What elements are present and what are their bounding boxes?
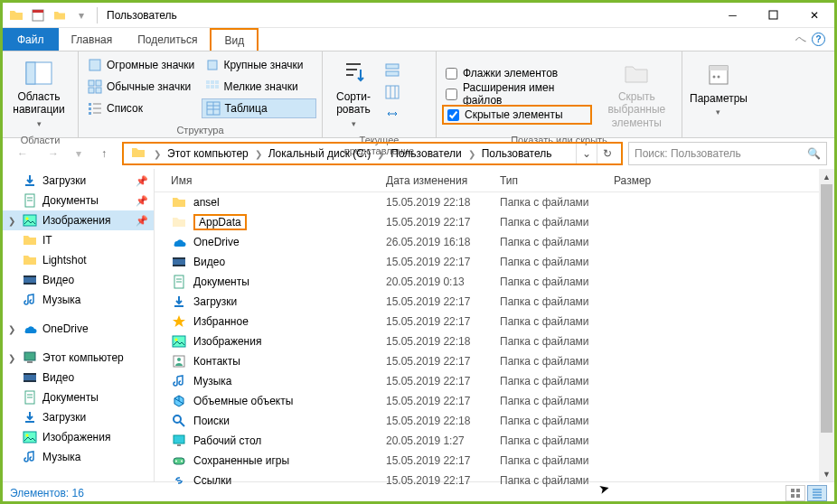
crumb-1[interactable]: Локальный диск (C:) — [265, 144, 375, 163]
nav-item[interactable]: Изображения — [3, 427, 154, 447]
chevron-icon[interactable]: ❯ — [8, 324, 15, 334]
nav-label: Документы — [42, 194, 99, 207]
col-type[interactable]: Тип — [500, 174, 614, 187]
address-dropdown-icon[interactable]: ⌄ — [576, 144, 597, 163]
nav-label: OneDrive — [42, 322, 89, 335]
file-row[interactable]: Объемные объекты15.05.2019 22:17Папка с … — [155, 391, 834, 411]
nav-item[interactable]: Видео — [3, 270, 154, 290]
scroll-thumb[interactable] — [821, 184, 832, 433]
svg-rect-2 — [769, 11, 777, 19]
nav-item[interactable]: Документы📌 — [3, 191, 154, 210]
check-hidden-items[interactable]: Скрытые элементы — [442, 105, 592, 125]
svg-rect-21 — [89, 112, 91, 115]
file-row[interactable]: Избранное15.05.2019 22:17Папка с файлами — [155, 312, 834, 331]
file-row[interactable]: Контакты15.05.2019 22:17Папка с файлами — [155, 351, 834, 371]
size-columns-icon[interactable] — [384, 106, 400, 125]
file-row[interactable]: Поиски15.05.2019 22:18Папка с файлами — [155, 411, 834, 431]
chevron-right-icon[interactable]: ❯ — [252, 144, 265, 163]
chevron-right-icon[interactable]: ❯ — [374, 144, 387, 163]
nav-item[interactable]: Документы — [3, 387, 154, 407]
col-name[interactable]: Имя — [155, 174, 386, 187]
layout-huge[interactable]: Огромные значки — [84, 55, 200, 75]
chevron-icon[interactable]: ❯ — [8, 353, 15, 363]
nav-item[interactable]: Загрузки — [3, 407, 154, 427]
tab-file[interactable]: Файл — [3, 28, 59, 51]
qat-properties-icon[interactable] — [28, 5, 48, 25]
file-row[interactable]: Сохраненные игры15.05.2019 22:17Папка с … — [155, 451, 834, 471]
scrollbar[interactable]: ▲ ▼ — [819, 169, 834, 481]
help-icon[interactable]: ? — [812, 33, 825, 46]
svg-rect-14 — [206, 85, 210, 89]
layout-list[interactable]: Список — [84, 98, 200, 118]
chevron-icon[interactable]: ❯ — [8, 216, 15, 226]
file-row[interactable]: Ссылки15.05.2019 22:17Папка с файлами — [155, 471, 834, 490]
file-row[interactable]: Рабочий стол20.05.2019 1:27Папка с файла… — [155, 431, 834, 451]
check-file-ext[interactable]: Расширения имен файлов — [442, 84, 592, 104]
nav-item[interactable]: ❯Этот компьютер — [3, 348, 154, 368]
col-date[interactable]: Дата изменения — [386, 174, 500, 187]
nav-label: Музыка — [42, 451, 80, 463]
group-by-icon[interactable] — [384, 62, 400, 81]
address-refresh-icon[interactable]: ↻ — [597, 144, 617, 163]
sort-button[interactable]: Сорти-ровать ▾ — [328, 55, 379, 133]
file-row[interactable]: ansel15.05.2019 22:18Папка с файлами — [155, 192, 834, 212]
file-name: Ссылки — [193, 474, 231, 487]
nav-item[interactable]: Видео — [3, 368, 154, 387]
nav-item[interactable]: Музыка — [3, 447, 154, 467]
nav-up-button[interactable]: ↑ — [91, 141, 117, 166]
file-name: Документы — [193, 275, 249, 288]
svg-rect-10 — [96, 88, 101, 93]
nav-item[interactable]: IT — [3, 230, 154, 250]
crumb-2[interactable]: Пользователи — [387, 144, 465, 163]
layout-normal[interactable]: Обычные значки — [84, 77, 200, 97]
file-name: AppData — [193, 214, 247, 230]
nav-item[interactable]: Lightshot — [3, 250, 154, 270]
file-row[interactable]: Загрузки15.05.2019 22:17Папка с файлами — [155, 292, 834, 312]
nav-item[interactable]: Музыка — [3, 290, 154, 310]
nav-item[interactable]: ❯Изображения📌 — [3, 210, 154, 230]
nav-back-button[interactable]: ← — [10, 141, 35, 166]
file-row[interactable]: Музыка15.05.2019 22:17Папка с файлами — [155, 371, 834, 391]
file-row[interactable]: AppData15.05.2019 22:17Папка с файлами — [155, 212, 834, 232]
nav-forward-button[interactable]: → — [41, 141, 66, 166]
scroll-up-icon[interactable]: ▲ — [819, 169, 834, 184]
address-bar[interactable]: ❯ Этот компьютер ❯ Локальный диск (C:) ❯… — [122, 142, 623, 165]
scroll-down-icon[interactable]: ▼ — [819, 466, 834, 481]
chevron-right-icon[interactable]: ❯ — [151, 144, 164, 163]
file-row[interactable]: Видео15.05.2019 22:17Папка с файлами — [155, 252, 834, 272]
svg-rect-45 — [24, 275, 36, 277]
nav-history-button[interactable]: ▾ — [71, 141, 86, 166]
file-date: 15.05.2019 22:17 — [386, 454, 500, 467]
file-row[interactable]: Изображения15.05.2019 22:18Папка с файла… — [155, 331, 834, 351]
layout-small[interactable]: Мелкие значки — [202, 77, 317, 97]
file-type: Папка с файлами — [500, 395, 614, 407]
qat-new-folder-icon[interactable] — [50, 5, 70, 25]
tab-view[interactable]: Вид — [210, 28, 259, 51]
tab-home[interactable]: Главная — [59, 28, 126, 51]
nav-item[interactable]: ❯OneDrive — [3, 319, 154, 339]
file-row[interactable]: Документы20.05.2019 0:13Папка с файлами — [155, 272, 834, 292]
close-button[interactable]: ✕ — [794, 3, 834, 28]
minimize-button[interactable]: ─ — [712, 3, 753, 28]
search-input[interactable]: Поиск: Пользователь 🔍 — [628, 142, 827, 165]
col-size[interactable]: Размер — [614, 174, 713, 187]
file-name: Избранное — [193, 315, 249, 328]
collapse-ribbon-icon[interactable]: へ — [795, 32, 806, 47]
layout-large[interactable]: Крупные значки — [202, 55, 317, 75]
layout-table[interactable]: Таблица — [202, 98, 317, 118]
check-item-checkboxes[interactable]: Флажки элементов — [442, 63, 592, 83]
add-columns-icon[interactable] — [384, 84, 400, 103]
options-button[interactable]: Параметры ▾ — [688, 57, 749, 121]
qat-dropdown-icon[interactable]: ▾ — [71, 5, 91, 25]
crumb-0[interactable]: Этот компьютер — [164, 144, 252, 163]
nav-pane-button[interactable]: Область навигации ▾ — [8, 55, 70, 133]
pin-icon: 📌 — [136, 195, 148, 207]
nav-item[interactable]: Загрузки📌 — [3, 171, 154, 191]
tab-share[interactable]: Поделиться — [125, 28, 210, 51]
chevron-right-icon[interactable]: ❯ — [466, 144, 478, 163]
svg-rect-1 — [33, 10, 43, 13]
crumb-3[interactable]: Пользователь — [478, 144, 556, 163]
file-row[interactable]: OneDrive26.05.2019 16:18Папка с файлами — [155, 232, 834, 252]
file-date: 15.05.2019 22:17 — [386, 295, 500, 308]
maximize-button[interactable] — [753, 3, 794, 28]
